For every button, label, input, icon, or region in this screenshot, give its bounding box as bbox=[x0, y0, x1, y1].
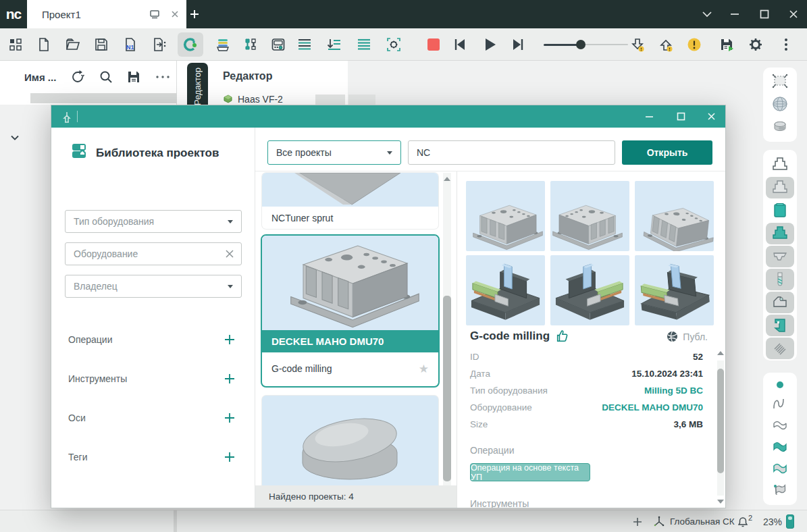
apps-grid-icon[interactable] bbox=[7, 36, 24, 53]
part-outline-button[interactable] bbox=[766, 154, 794, 176]
save-and-run-icon[interactable] bbox=[719, 36, 735, 53]
download-project-icon[interactable] bbox=[629, 36, 646, 53]
scroll-up-icon[interactable] bbox=[717, 351, 724, 355]
more-menu-icon[interactable] bbox=[778, 36, 794, 53]
machine-connect-icon[interactable] bbox=[182, 36, 199, 53]
project-card-selected[interactable]: DECKEL MAHO DMU70 G-code milling ★ bbox=[261, 234, 440, 388]
library-search-input[interactable] bbox=[409, 141, 615, 164]
import-program-icon[interactable] bbox=[151, 36, 167, 53]
curve-mode-button[interactable] bbox=[766, 393, 794, 415]
new-tab-button[interactable] bbox=[186, 6, 203, 22]
preview-thumbnail-3[interactable] bbox=[635, 181, 714, 251]
window-menu-chevron-icon[interactable] bbox=[700, 9, 714, 20]
tools-pair-icon[interactable] bbox=[242, 36, 259, 53]
preview-thumbnail-6[interactable] bbox=[635, 255, 714, 325]
equipment-filter[interactable]: Оборудование bbox=[65, 242, 242, 265]
splitter-handle[interactable] bbox=[174, 510, 177, 532]
shaded-surface-button[interactable] bbox=[766, 458, 794, 479]
add-csys-button[interactable] bbox=[632, 510, 643, 532]
window-maximize-icon[interactable] bbox=[759, 9, 770, 20]
operation-chip[interactable]: Операция на основе текста УП bbox=[470, 463, 590, 481]
selected-lines-icon[interactable] bbox=[356, 36, 372, 53]
preview-thumbnail-5[interactable] bbox=[550, 255, 629, 325]
postprocessor-icon[interactable] bbox=[215, 36, 231, 53]
skip-back-icon[interactable] bbox=[452, 36, 468, 53]
machine-head-button[interactable] bbox=[766, 315, 794, 336]
project-card-nctuner[interactable]: NCTuner sprut bbox=[262, 173, 438, 229]
equipment-link[interactable]: DECKEL MAHO DMU70 bbox=[602, 402, 703, 413]
tree-selected-row[interactable] bbox=[30, 93, 177, 103]
settings-gear-icon[interactable] bbox=[748, 36, 764, 53]
float-window-icon[interactable] bbox=[149, 9, 161, 20]
refresh-icon[interactable] bbox=[70, 69, 86, 85]
open-project-button[interactable]: Открыть bbox=[622, 140, 712, 165]
skip-forward-icon[interactable] bbox=[510, 36, 526, 53]
tab-close-icon[interactable] bbox=[170, 9, 180, 19]
library-title: Библиотека проектов bbox=[96, 147, 219, 160]
program-lines-icon[interactable] bbox=[296, 36, 313, 53]
solid-surface-button[interactable] bbox=[766, 436, 794, 458]
surface-mode-button[interactable] bbox=[766, 415, 794, 436]
flag-mode-button[interactable] bbox=[766, 479, 794, 501]
project-tab[interactable]: Проект1 bbox=[27, 0, 186, 28]
window-minimize-icon[interactable] bbox=[729, 9, 740, 20]
stop-icon[interactable] bbox=[425, 36, 442, 53]
toolpath-hatch-button[interactable] bbox=[766, 338, 794, 359]
list-scrollbar-thumb[interactable] bbox=[443, 296, 451, 481]
tool-button[interactable] bbox=[766, 269, 794, 290]
scope-select[interactable]: Все проекты bbox=[267, 140, 401, 165]
new-file-icon[interactable] bbox=[36, 36, 52, 53]
warning-icon[interactable] bbox=[686, 36, 702, 53]
clear-icon[interactable] bbox=[225, 249, 234, 259]
add-tags-filter-button[interactable] bbox=[224, 451, 236, 463]
search-icon[interactable] bbox=[98, 69, 114, 85]
add-tools-filter-button[interactable] bbox=[224, 373, 236, 385]
editor-machine-item[interactable]: Haas VF-2 bbox=[238, 94, 283, 105]
goto-line-icon[interactable] bbox=[326, 36, 342, 53]
fixture-button[interactable] bbox=[766, 246, 794, 267]
equipment-type-link[interactable]: Milling 5D BC bbox=[644, 385, 703, 396]
notifications-button[interactable]: 2 bbox=[736, 510, 754, 532]
save-tree-icon[interactable] bbox=[126, 69, 142, 85]
workpiece-view-button[interactable] bbox=[766, 116, 794, 138]
play-icon[interactable] bbox=[481, 36, 498, 53]
section-label: Оси bbox=[68, 413, 86, 423]
speed-slider-knob[interactable] bbox=[576, 40, 585, 49]
add-operations-filter-button[interactable] bbox=[224, 334, 236, 346]
owner-filter[interactable]: Владелец bbox=[65, 275, 242, 298]
editor-vertical-tab[interactable]: Редактор bbox=[187, 63, 208, 110]
speed-slider-track[interactable] bbox=[582, 44, 628, 45]
equipment-type-filter[interactable]: Тип оборудования bbox=[65, 210, 242, 233]
preview-thumbnail-1[interactable] bbox=[466, 181, 545, 251]
pin-icon[interactable] bbox=[61, 110, 73, 124]
project-card-partial[interactable] bbox=[262, 396, 438, 485]
upload-project-icon[interactable] bbox=[658, 36, 674, 53]
like-icon[interactable] bbox=[555, 329, 570, 344]
scroll-up-icon[interactable] bbox=[444, 177, 450, 181]
tree-more-icon[interactable] bbox=[154, 73, 172, 81]
part-gray-button[interactable] bbox=[766, 177, 794, 198]
part-teal-button[interactable] bbox=[766, 223, 794, 244]
preview-thumbnail-4[interactable] bbox=[466, 255, 545, 325]
machine-sim-button[interactable] bbox=[766, 292, 794, 313]
dialog-titlebar[interactable] bbox=[51, 105, 725, 128]
dialog-minimize-icon[interactable] bbox=[644, 111, 654, 122]
open-folder-icon[interactable] bbox=[65, 36, 81, 53]
stock-teal-button[interactable] bbox=[766, 200, 794, 221]
window-close-icon[interactable] bbox=[788, 9, 799, 20]
collapse-chevron-icon[interactable] bbox=[9, 132, 20, 143]
fit-view-button[interactable] bbox=[766, 70, 794, 92]
add-axes-filter-button[interactable] bbox=[224, 412, 236, 424]
preview-thumbnail-2[interactable] bbox=[550, 181, 629, 251]
csys-selector[interactable]: Глобальная СК bbox=[670, 510, 735, 532]
details-scrollbar-thumb[interactable] bbox=[717, 369, 724, 473]
scroll-down-icon[interactable] bbox=[717, 500, 724, 504]
simulation-settings-icon[interactable] bbox=[386, 36, 402, 53]
sphere-view-button[interactable] bbox=[766, 93, 794, 115]
save-icon[interactable] bbox=[93, 36, 109, 53]
favorite-star-icon[interactable]: ★ bbox=[419, 362, 429, 376]
control-panel-icon[interactable] bbox=[270, 36, 286, 53]
nc-program-file-icon[interactable]: N1 bbox=[122, 36, 138, 53]
dialog-close-icon[interactable] bbox=[706, 111, 717, 122]
dialog-maximize-icon[interactable] bbox=[676, 111, 686, 122]
